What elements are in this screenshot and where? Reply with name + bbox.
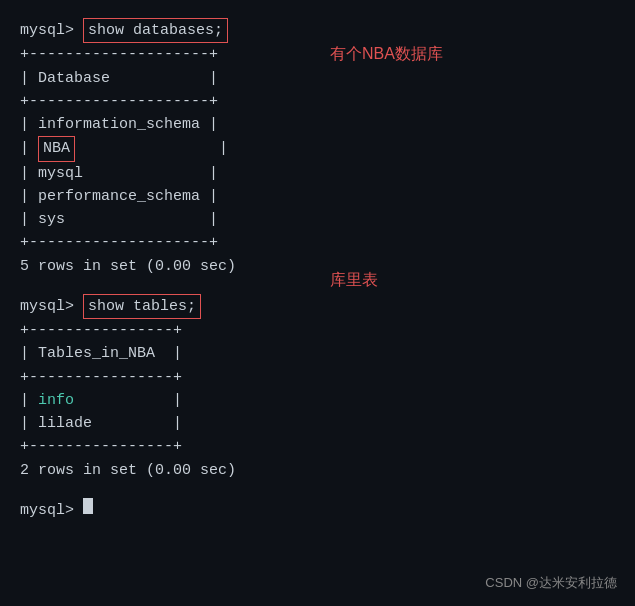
db-rows-count: 5 rows in set (0.00 sec)	[20, 255, 615, 278]
command-box-1: show databases;	[83, 18, 228, 43]
tbl-row-lilade: | lilade |	[20, 412, 615, 435]
prompt-1: mysql>	[20, 19, 83, 42]
final-prompt-line: mysql>	[20, 498, 615, 522]
tbl-header: | Tables_in_NBA |	[20, 342, 615, 365]
watermark: CSDN @达米安利拉德	[485, 574, 617, 592]
tbl-sep: +----------------+	[20, 366, 615, 389]
info-text: info	[38, 392, 74, 409]
tbl-row-info: | info |	[20, 389, 615, 412]
command-line-2: mysql> show tables;	[20, 294, 615, 319]
db-table-border-top: +--------------------+	[20, 43, 615, 66]
db-row-information: | information_schema |	[20, 113, 615, 136]
db-row-mysql: | mysql |	[20, 162, 615, 185]
tbl-border-bot: +----------------+	[20, 435, 615, 458]
nba-highlight: NBA	[38, 136, 75, 161]
db-row-nba: | NBA |	[20, 136, 615, 161]
db-table-border-bot: +--------------------+	[20, 231, 615, 254]
final-prompt: mysql>	[20, 499, 83, 522]
command-line-1: mysql> show databases;	[20, 18, 615, 43]
terminal: mysql> show databases; +----------------…	[0, 0, 635, 540]
db-table-header: | Database |	[20, 67, 615, 90]
prompt-2: mysql>	[20, 295, 83, 318]
section-tables: mysql> show tables; +----------------+ |…	[20, 294, 615, 482]
annotation-tables: 库里表	[330, 270, 378, 291]
db-row-perf: | performance_schema |	[20, 185, 615, 208]
section-databases: mysql> show databases; +----------------…	[20, 18, 615, 278]
annotation-nba: 有个NBA数据库	[330, 44, 443, 65]
command-box-2: show tables;	[83, 294, 201, 319]
db-table-sep: +--------------------+	[20, 90, 615, 113]
cursor	[83, 498, 93, 514]
tbl-rows-count: 2 rows in set (0.00 sec)	[20, 459, 615, 482]
tbl-border-top: +----------------+	[20, 319, 615, 342]
db-row-sys: | sys |	[20, 208, 615, 231]
